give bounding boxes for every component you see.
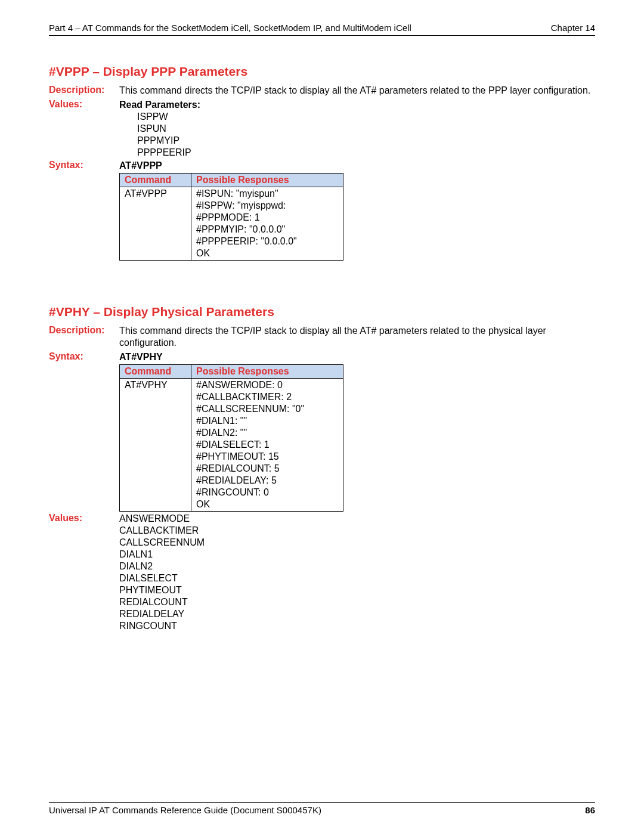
section-vphy: #VPHY – Display Physical Parameters Desc… [49, 305, 595, 632]
vppp-values-item: ISPUN [137, 123, 595, 135]
vppp-description: This command directs the TCP/IP stack to… [119, 85, 595, 97]
vphy-values-item: ANSWERMODE [119, 513, 595, 525]
response-line: #RINGCOUNT: 0 [196, 487, 339, 498]
vppp-values-item: PPPMYIP [137, 135, 595, 147]
vppp-values-heading: Read Parameters: [119, 99, 595, 111]
vphy-syntax: AT#VPHY [119, 351, 595, 363]
response-line: #PHYTIMEOUT: 15 [196, 451, 339, 463]
vppp-title: #VPPP – Display PPP Parameters [49, 64, 595, 79]
vphy-values-item: DIALSELECT [119, 572, 595, 584]
response-line: #DIALSELECT: 1 [196, 439, 339, 451]
vphy-values-item: RINGCOUNT [119, 620, 595, 632]
vphy-description-label: Description: [49, 325, 119, 336]
page-footer: Universal IP AT Commands Reference Guide… [49, 802, 595, 815]
response-line: OK [196, 247, 339, 259]
vphy-values-item: DIALN2 [119, 561, 595, 572]
response-line: #REDIALCOUNT: 5 [196, 463, 339, 475]
vppp-syntax-label: Syntax: [49, 160, 119, 171]
response-line: #PPPMYIP: "0.0.0.0" [196, 224, 339, 236]
page-header: Part 4 – AT Commands for the SocketModem… [49, 23, 595, 36]
vppp-syntax: AT#VPPP [119, 160, 595, 172]
table-header-command: Command [120, 365, 191, 379]
response-line: #REDIALDELAY: 5 [196, 475, 339, 487]
vphy-values-item: REDIALDELAY [119, 608, 595, 620]
response-line: #CALLSCREENNUM: "0" [196, 403, 339, 415]
vphy-title: #VPHY – Display Physical Parameters [49, 305, 595, 319]
vphy-description: This command directs the TCP/IP stack to… [119, 325, 595, 349]
header-right: Chapter 14 [551, 23, 595, 33]
vppp-table-responses: #ISPUN: "myispun" #ISPPW: "myisppwd: #PP… [191, 187, 343, 261]
table-header-command: Command [120, 174, 191, 187]
vppp-response-table: Command Possible Responses AT#VPPP #ISPU… [119, 173, 343, 261]
vphy-table-responses: #ANSWERMODE: 0 #CALLBACKTIMER: 2 #CALLSC… [191, 379, 343, 512]
vphy-values-list: ANSWERMODE CALLBACKTIMER CALLSCREENNUM D… [119, 513, 595, 632]
vppp-values-item: PPPPEERIP [137, 147, 595, 159]
response-line: #CALLBACKTIMER: 2 [196, 391, 339, 403]
table-header-responses: Possible Responses [191, 174, 343, 187]
section-vppp: #VPPP – Display PPP Parameters Descripti… [49, 64, 595, 261]
document-page: Part 4 – AT Commands for the SocketModem… [0, 0, 644, 632]
vphy-values-item: PHYTIMEOUT [119, 584, 595, 596]
vppp-values-item: ISPPW [137, 111, 595, 123]
vphy-syntax-label: Syntax: [49, 351, 119, 362]
response-line: #DIALN1: "" [196, 415, 339, 427]
vppp-table-cmd: AT#VPPP [120, 187, 191, 261]
response-line: #ISPUN: "myispun" [196, 188, 339, 200]
footer-left: Universal IP AT Commands Reference Guide… [49, 805, 321, 815]
response-line: #ANSWERMODE: 0 [196, 379, 339, 391]
page-number: 86 [585, 805, 595, 815]
vppp-values-label: Values: [49, 99, 119, 110]
vphy-values-item: REDIALCOUNT [119, 596, 595, 608]
response-line: OK [196, 498, 339, 510]
vppp-description-label: Description: [49, 85, 119, 95]
response-line: #DIALN2: "" [196, 427, 339, 439]
vphy-values-label: Values: [49, 513, 119, 524]
response-line: #PPPMODE: 1 [196, 212, 339, 224]
header-left: Part 4 – AT Commands for the SocketModem… [49, 23, 411, 33]
response-line: #ISPPW: "myisppwd: [196, 200, 339, 212]
vppp-values-list: ISPPW ISPUN PPPMYIP PPPPEERIP [119, 111, 595, 159]
table-header-responses: Possible Responses [191, 365, 343, 379]
response-line: #PPPPEERIP: "0.0.0.0" [196, 236, 339, 247]
vphy-response-table: Command Possible Responses AT#VPHY #ANSW… [119, 364, 343, 512]
vphy-values-item: CALLBACKTIMER [119, 525, 595, 537]
vphy-values-item: CALLSCREENNUM [119, 537, 595, 549]
vphy-values-item: DIALN1 [119, 549, 595, 561]
vphy-table-cmd: AT#VPHY [120, 379, 191, 512]
